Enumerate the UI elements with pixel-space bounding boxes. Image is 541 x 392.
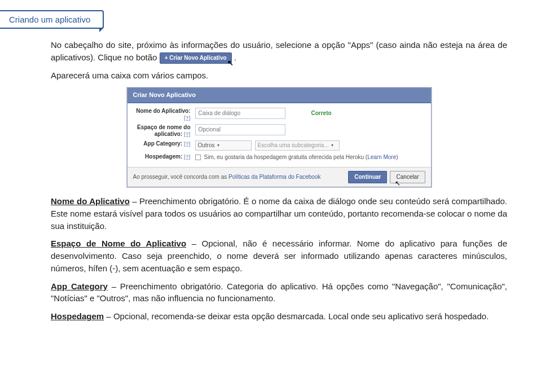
content: No cabeçalho do site, próximo às informa… <box>51 39 507 323</box>
hosting-label: Hospedagem: [?] <box>133 153 195 160</box>
page-title: Criando um aplicativo <box>0 10 104 29</box>
espaco-label-text: Espaço de nome do aplicativo: <box>137 124 190 137</box>
help-icon[interactable]: [?] <box>184 131 191 137</box>
subcategory-select[interactable]: Escolha uma subcategoria... <box>255 140 340 151</box>
intro-text-1b: . <box>234 52 236 62</box>
espaco-input[interactable]: Opcional <box>195 124 285 136</box>
hosting-text-main: Sim, eu gostaria da hospedagem gratuita … <box>204 154 368 160</box>
category-label: App Category: [?] <box>133 140 195 147</box>
cursor-icon: ↖ <box>395 179 401 188</box>
cursor-icon: ↖ <box>227 58 234 69</box>
intro-text-1a: No cabeçalho do site, próximo às informa… <box>51 40 507 62</box>
help-icon[interactable]: [?] <box>184 115 191 121</box>
dialog-footer: Ao prosseguir, você concorda com as Polí… <box>127 167 431 187</box>
row-category: App Category: [?] Outros Escolha uma sub… <box>133 140 425 151</box>
help-icon[interactable]: [?] <box>184 154 191 160</box>
field-hosting-text: – Opcional, recomenda-se deixar esta opç… <box>104 311 489 321</box>
field-hosting-title: Hospedagem <box>51 311 104 321</box>
row-espaco: Espaço de nome do aplicativo: [?] Opcion… <box>133 124 425 138</box>
nome-label: Nome do Aplicativo: [?] <box>133 108 195 121</box>
intro-paragraph-2: Aparecerá uma caixa com vários campos. <box>51 69 507 82</box>
help-icon[interactable]: [?] <box>184 141 191 147</box>
nome-label-text: Nome do Aplicativo: <box>136 108 190 114</box>
espaco-label: Espaço de nome do aplicativo: [?] <box>133 124 195 138</box>
row-nome: Nome do Aplicativo: [?] Caixa de diálogo… <box>133 108 425 121</box>
continue-button[interactable]: Continuar <box>348 171 387 184</box>
intro-paragraph-1: No cabeçalho do site, próximo às informa… <box>51 39 507 64</box>
footer-text-1: Ao prosseguir, você concorda com as <box>133 174 229 180</box>
create-app-dialog: Criar Novo Aplicativo Nome do Aplicativo… <box>127 87 432 187</box>
field-category-title: App Category <box>51 281 108 291</box>
footer-text: Ao prosseguir, você concorda com as Polí… <box>133 173 321 182</box>
hosting-label-text: Hospedagem: <box>145 153 182 160</box>
nome-valid-label: Correto <box>311 109 332 118</box>
hosting-text: Sim, eu gostaria da hospedagem gratuita … <box>204 153 398 162</box>
field-desc-nome: Nome do Aplicativo – Preenchimento obrig… <box>51 195 507 232</box>
field-category-text: – Preenchimento obrigatório. Categoria d… <box>51 281 507 303</box>
category-select[interactable]: Outros <box>195 140 252 151</box>
row-hosting: Hospedagem: [?] Sim, eu gostaria da hosp… <box>133 153 425 162</box>
category-label-text: App Category: <box>143 140 182 147</box>
create-app-button-label: + Criar Novo Aplicativo <box>165 55 227 61</box>
hosting-checkbox[interactable] <box>195 155 201 160</box>
dialog-title: Criar Novo Aplicativo <box>127 88 431 103</box>
field-desc-espaco: Espaço de Nome do Aplicativo – Opcional,… <box>51 237 507 274</box>
create-app-button[interactable]: + Criar Novo Aplicativo ↖ <box>160 52 232 64</box>
nome-input[interactable]: Caixa de diálogo <box>195 108 285 120</box>
dialog-body: Nome do Aplicativo: [?] Caixa de diálogo… <box>127 103 431 167</box>
hosting-text-close: ) <box>396 154 398 160</box>
field-desc-hosting: Hospedagem – Opcional, recomenda-se deix… <box>51 310 507 323</box>
learn-more-link[interactable]: Learn More <box>367 154 396 160</box>
field-nome-title: Nome do Aplicativo <box>51 196 130 206</box>
field-espaco-title: Espaço de Nome do Aplicativo <box>51 239 186 248</box>
policies-link[interactable]: Políticas da Plataforma do Facebook <box>228 174 320 180</box>
field-desc-category: App Category – Preenchimento obrigatório… <box>51 280 507 305</box>
